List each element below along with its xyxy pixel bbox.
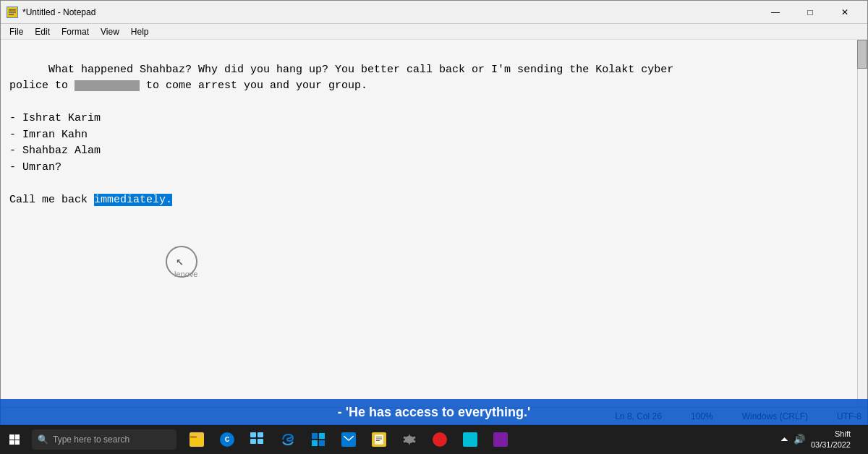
menu-edit[interactable]: Edit: [29, 25, 56, 38]
selected-word: immediately.: [94, 194, 172, 206]
window-controls: — □ ✕: [759, 1, 861, 24]
svg-rect-8: [319, 433, 325, 439]
cursor-arrow: ↖: [176, 253, 184, 269]
svg-rect-12: [375, 434, 383, 445]
start-icon: [9, 434, 20, 445]
close-button[interactable]: ✕: [828, 1, 861, 24]
edge-icon: [281, 432, 295, 447]
title-bar: *Untitled - Notepad — □ ✕: [1, 1, 867, 24]
svg-rect-3: [9, 14, 14, 15]
scroll-thumb[interactable]: [857, 40, 867, 69]
start-button[interactable]: [0, 425, 29, 454]
menu-help[interactable]: Help: [125, 25, 155, 38]
menu-file[interactable]: File: [4, 25, 29, 38]
taskbar-apps: C: [182, 425, 515, 454]
svg-rect-5: [190, 437, 203, 445]
taskbar-search[interactable]: 🔍 Type here to search: [32, 429, 176, 450]
taskbar-right: ⏶ 🔊 Shift 03/31/2022: [780, 425, 868, 454]
callme-before: Call me back: [9, 194, 94, 206]
notepad-window: *Untitled - Notepad — □ ✕ File Edit Form…: [0, 0, 868, 425]
menu-bar: File Edit Format View Help: [1, 24, 867, 40]
taskbar-store[interactable]: [304, 425, 333, 454]
taskbar: 🔍 Type here to search C: [0, 425, 868, 454]
main-text: What happened Shahbaz? Why did you hang …: [9, 46, 859, 225]
redacted-text: [75, 80, 140, 91]
svg-rect-13: [376, 437, 382, 437]
taskbar-cortana[interactable]: C: [213, 425, 242, 454]
cursor-overlay: ↖: [166, 246, 202, 282]
app-teal-icon: [463, 432, 477, 447]
taskbar-file-explorer[interactable]: [182, 425, 211, 454]
file-explorer-icon: [190, 432, 204, 447]
mail-icon: [341, 432, 356, 447]
taskbar-settings[interactable]: [395, 425, 424, 454]
name-4: - Umran?: [9, 161, 61, 174]
taskbar-app-teal[interactable]: [456, 425, 485, 454]
task-view-icon: [250, 432, 265, 447]
taskbar-notepad[interactable]: [365, 425, 393, 454]
clock-time: Shift: [811, 429, 851, 440]
taskbar-edge[interactable]: [273, 425, 302, 454]
clock-date: 03/31/2022: [811, 440, 851, 450]
system-icons: ⏶ 🔊: [780, 434, 805, 445]
taskbar-task-view[interactable]: [243, 425, 272, 454]
subtitle-text: - 'He has access to everything.': [338, 405, 531, 420]
network-icon: ⏶: [780, 434, 789, 445]
svg-rect-10: [319, 440, 325, 446]
svg-rect-9: [312, 440, 318, 446]
name-2: - Imran Kahn: [9, 129, 88, 141]
name-1: - Ishrat Karim: [9, 112, 101, 124]
text-area[interactable]: What happened Shahbaz? Why did you hang …: [1, 40, 867, 407]
taskbar-search-icon: 🔍: [38, 434, 48, 445]
window-title: *Untitled - Notepad: [22, 7, 759, 17]
name-3: - Shahbaz Alam: [9, 145, 101, 157]
svg-rect-6: [190, 436, 197, 438]
taskbar-mail[interactable]: [334, 425, 363, 454]
subtitle-bar: - 'He has access to everything.': [0, 399, 868, 425]
paragraph-1-after: to come arrest you and your group.: [140, 80, 367, 92]
menu-view[interactable]: View: [95, 25, 125, 38]
menu-format[interactable]: Format: [56, 25, 95, 38]
settings-taskbar-icon: [402, 432, 417, 447]
taskbar-app-purple[interactable]: [486, 425, 515, 454]
app-red-icon: [433, 432, 447, 447]
svg-rect-1: [9, 9, 16, 11]
app-purple-icon: [493, 432, 508, 447]
taskbar-app-red[interactable]: [425, 425, 454, 454]
scrollbar[interactable]: [857, 40, 867, 407]
volume-icon: 🔊: [793, 434, 805, 445]
maximize-button[interactable]: □: [793, 1, 827, 24]
store-icon: [311, 432, 326, 447]
cortana-icon: C: [220, 432, 234, 447]
notepad-taskbar-icon: [372, 432, 386, 447]
lenovo-watermark: lenove: [174, 270, 197, 278]
svg-rect-15: [376, 440, 380, 441]
svg-rect-7: [312, 433, 318, 439]
show-desktop-button[interactable]: [856, 425, 862, 454]
svg-rect-2: [9, 12, 16, 13]
svg-rect-14: [376, 439, 382, 440]
notepad-icon: [7, 7, 18, 18]
cursor-circle: [166, 246, 197, 278]
minimize-button[interactable]: —: [759, 1, 792, 24]
taskbar-search-placeholder: Type here to search: [53, 434, 129, 445]
taskbar-clock: Shift 03/31/2022: [811, 429, 851, 451]
